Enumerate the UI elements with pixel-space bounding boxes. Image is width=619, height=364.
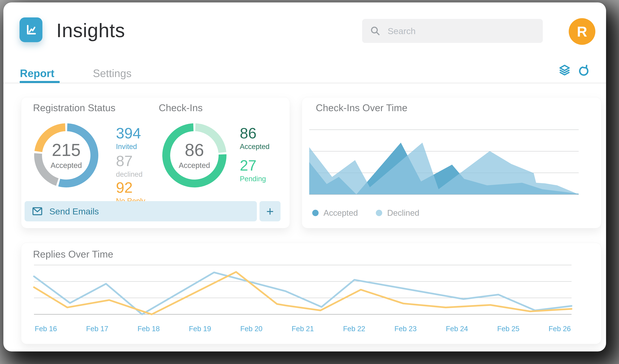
x-axis-label: Feb 24 bbox=[446, 325, 468, 333]
stat-invited-value: 394 bbox=[116, 126, 141, 141]
checkins-donut-value: 86 bbox=[185, 141, 204, 159]
checkins-over-time-title: Check-Ins Over Time bbox=[316, 102, 407, 113]
chart-line-icon bbox=[24, 23, 38, 37]
registration-donut-value: 215 bbox=[52, 141, 81, 159]
replies-over-time-card: Replies Over Time Feb 16Feb 17Feb 18Feb … bbox=[21, 243, 601, 344]
x-axis-label: Feb 17 bbox=[86, 325, 108, 333]
avatar[interactable]: R bbox=[569, 18, 595, 45]
registration-donut-label: Accepted bbox=[51, 161, 82, 170]
app-window: Insights Search R Report Settings Regist… bbox=[3, 2, 606, 351]
legend-label-declined: Declined bbox=[387, 208, 419, 218]
checkins-donut-chart: 86 Accepted bbox=[160, 121, 229, 190]
legend-item-accepted: Accepted bbox=[312, 208, 358, 218]
x-axis: Feb 16Feb 17Feb 18Feb 19Feb 20Feb 21Feb … bbox=[34, 325, 572, 333]
insights-logo-icon bbox=[19, 17, 42, 42]
x-axis-label: Feb 20 bbox=[240, 325, 262, 333]
tabs-divider bbox=[3, 83, 606, 83]
legend-dot-declined bbox=[376, 210, 382, 216]
stat-declined-label: declined bbox=[116, 170, 143, 178]
stat-checkins-pending-label: Pending bbox=[240, 175, 266, 183]
x-axis-label: Feb 18 bbox=[138, 325, 160, 333]
tab-settings[interactable]: Settings bbox=[93, 67, 131, 80]
x-axis-label: Feb 21 bbox=[292, 325, 314, 333]
stat-declined: 87 declined bbox=[116, 153, 143, 178]
registration-status-title: Registration Status bbox=[33, 102, 115, 113]
stat-checkins-accepted-value: 86 bbox=[240, 126, 269, 141]
stat-checkins-accepted-label: Accepted bbox=[240, 143, 269, 151]
stat-invited-label: Invited bbox=[116, 143, 141, 151]
legend-item-declined: Declined bbox=[376, 208, 419, 218]
x-axis-label: Feb 22 bbox=[343, 325, 365, 333]
x-axis-label: Feb 19 bbox=[189, 325, 211, 333]
send-emails-button[interactable]: Send Emails bbox=[25, 201, 257, 221]
checkins-donut-label: Accepted bbox=[179, 161, 210, 170]
registration-status-card: Registration Status Check-Ins 215 Accept… bbox=[21, 97, 290, 228]
search-input[interactable]: Search bbox=[362, 19, 543, 43]
add-button[interactable]: + bbox=[259, 201, 281, 221]
x-axis-label: Feb 26 bbox=[549, 325, 571, 333]
replies-over-time-title: Replies Over Time bbox=[33, 249, 113, 260]
tab-report[interactable]: Report bbox=[20, 67, 55, 80]
checkins-over-time-card: Check-Ins Over Time Accepted Declined bbox=[302, 97, 601, 228]
replies-line-chart bbox=[34, 265, 572, 314]
chart-legend: Accepted Declined bbox=[312, 208, 419, 218]
send-emails-label: Send Emails bbox=[49, 206, 99, 216]
stat-declined-value: 87 bbox=[116, 153, 143, 169]
envelope-icon bbox=[32, 207, 42, 216]
stat-no-reply-value: 92 bbox=[116, 180, 145, 195]
plus-icon: + bbox=[266, 204, 274, 218]
checkins-area-chart bbox=[309, 130, 579, 195]
legend-label-accepted: Accepted bbox=[324, 208, 358, 218]
search-icon bbox=[370, 26, 380, 36]
search-placeholder: Search bbox=[388, 26, 416, 36]
layers-icon[interactable] bbox=[559, 64, 570, 76]
legend-dot-accepted bbox=[312, 210, 319, 216]
stat-checkins-accepted: 86 Accepted bbox=[240, 126, 269, 151]
active-tab-indicator bbox=[20, 81, 60, 83]
x-axis-label: Feb 16 bbox=[35, 325, 57, 333]
x-axis-label: Feb 25 bbox=[497, 325, 519, 333]
refresh-icon[interactable] bbox=[578, 65, 590, 77]
avatar-initial: R bbox=[577, 23, 587, 40]
checkins-title: Check-Ins bbox=[159, 102, 203, 113]
stat-checkins-pending: 27 Pending bbox=[240, 158, 266, 183]
stat-checkins-pending-value: 27 bbox=[240, 158, 266, 173]
page-title: Insights bbox=[56, 19, 125, 42]
x-axis-label: Feb 23 bbox=[394, 325, 417, 333]
stat-invited: 394 Invited bbox=[116, 126, 141, 151]
registration-donut-chart: 215 Accepted bbox=[31, 121, 101, 190]
